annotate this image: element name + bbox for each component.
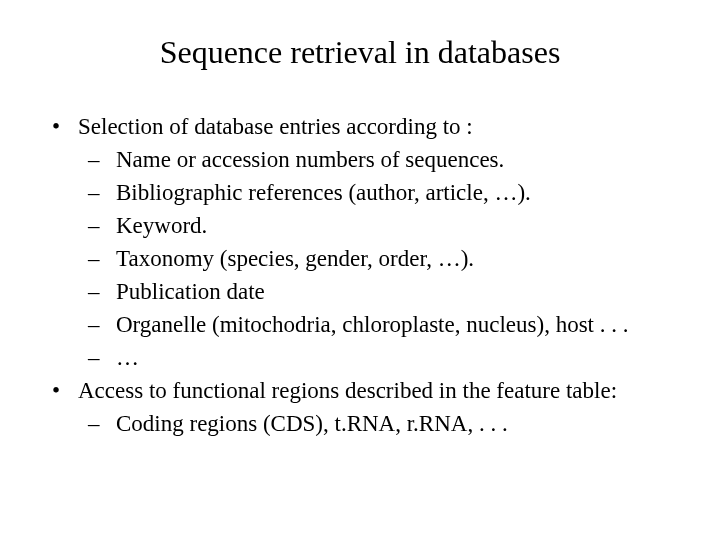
bullet-level2: Taxonomy (species, gender, order, …). (48, 243, 720, 274)
bullet-level1: Selection of database entries according … (48, 111, 720, 142)
bullet-level2: Name or accession numbers of sequences. (48, 144, 720, 175)
bullet-level1: Access to functional regions described i… (48, 375, 720, 406)
slide: Sequence retrieval in databases Selectio… (0, 0, 720, 540)
slide-title: Sequence retrieval in databases (0, 34, 720, 71)
bullet-level2: Publication date (48, 276, 720, 307)
slide-body: Selection of database entries according … (0, 111, 720, 439)
bullet-level2: Keyword. (48, 210, 720, 241)
bullet-level2: Coding regions (CDS), t.RNA, r.RNA, . . … (48, 408, 720, 439)
bullet-level2: … (48, 342, 720, 373)
bullet-level2: Bibliographic references (author, articl… (48, 177, 720, 208)
bullet-level2: Organelle (mitochodria, chloroplaste, nu… (48, 309, 720, 340)
